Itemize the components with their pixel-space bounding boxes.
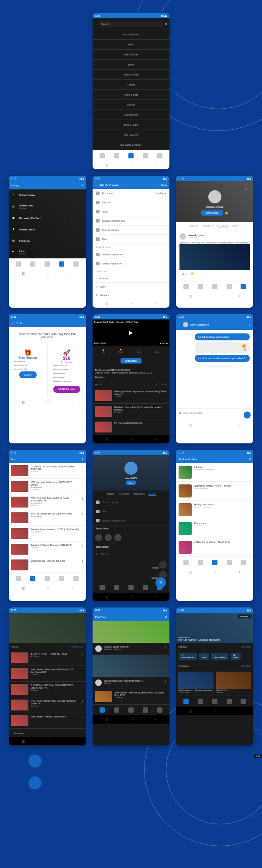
video-item[interactable]: 8 Of The Ociest Pets You Could Ever Ownd… bbox=[9, 510, 86, 526]
tab-activities[interactable]: ACTIVITIES bbox=[133, 493, 145, 496]
category-item[interactable]: Non-profits & Activism bbox=[93, 140, 170, 150]
nav-trending-icon[interactable] bbox=[114, 707, 119, 713]
tab-videos[interactable]: VIDEOS bbox=[190, 224, 198, 227]
nav-profile-icon[interactable] bbox=[241, 560, 246, 565]
back-icon[interactable]: ← bbox=[179, 323, 181, 326]
video-item[interactable]: Greatest Sports Moments of 2019 (US & Ca… bbox=[9, 526, 86, 542]
nav-search-icon[interactable] bbox=[212, 284, 217, 289]
twitter-row[interactable]: tTwitter bbox=[93, 283, 170, 291]
facebook-icon[interactable] bbox=[95, 534, 102, 541]
nav-library-icon[interactable] bbox=[59, 261, 64, 267]
notification-icon[interactable]: 🔔 bbox=[225, 212, 228, 214]
nav-library-icon[interactable] bbox=[143, 153, 148, 158]
nav-search-icon[interactable] bbox=[128, 707, 134, 713]
subscribe-button[interactable]: SUBSCRIBE bbox=[121, 358, 142, 364]
category-item[interactable]: People & Blogs bbox=[93, 90, 170, 100]
share-icon[interactable]: ⇗ bbox=[245, 188, 247, 191]
nav-profile-icon[interactable] bbox=[241, 284, 246, 289]
upload-button[interactable]: Upload bbox=[95, 571, 167, 579]
more-icon[interactable]: ⋮ bbox=[81, 700, 84, 710]
view-more-link[interactable]: View More bbox=[241, 645, 251, 648]
tab-about[interactable]: ABOUT bbox=[232, 224, 239, 227]
more-icon[interactable]: ⋮ bbox=[81, 715, 84, 726]
filter-icon[interactable]: ≡ bbox=[249, 458, 251, 460]
dislike-count[interactable]: 👎1 bbox=[190, 272, 194, 275]
more-icon[interactable]: ⋮ bbox=[164, 645, 167, 652]
nav-search-icon[interactable] bbox=[45, 261, 50, 267]
nav-trending-icon[interactable] bbox=[198, 560, 203, 565]
category-chip[interactable]: 🎵Music bbox=[199, 653, 209, 660]
name-row[interactable]: First NameLast Name bbox=[93, 189, 170, 198]
share-button[interactable]: ↗Share bbox=[137, 349, 141, 353]
more-icon[interactable]: ⋮ bbox=[81, 668, 84, 679]
more-icon[interactable]: ⋮ bbox=[81, 544, 84, 555]
nav-home-icon[interactable] bbox=[16, 261, 21, 267]
autoplay-toggle[interactable]: AUTO PLAY bbox=[72, 645, 84, 648]
addto-button[interactable]: +Add To bbox=[155, 349, 160, 353]
settings-icon[interactable]: ⚙ bbox=[81, 184, 83, 187]
hero-banner[interactable]: Next Page › deendoughouz PlayTube Androi… bbox=[176, 613, 253, 643]
watch-later-item[interactable]: ◷Watch Later2 videos bbox=[9, 201, 86, 213]
nav-profile-icon[interactable] bbox=[157, 707, 162, 713]
playlists-item[interactable]: ▤PlayLists bbox=[9, 235, 86, 247]
nav-search-icon[interactable] bbox=[45, 576, 50, 581]
article-item[interactable]: Vé Bay Em Lo (Remix) - Huynh Ai Vy bbox=[176, 538, 253, 557]
tab-videos[interactable]: VIDEOS bbox=[106, 493, 114, 496]
tab-about[interactable]: ABOUT bbox=[148, 493, 156, 496]
dislike-button[interactable]: 👎Dislike bbox=[118, 349, 124, 353]
video-item[interactable]: 2:51Justin Bieber - The One ft Official … bbox=[9, 666, 86, 682]
more-icon[interactable]: ⋮ bbox=[81, 559, 84, 570]
more-icon[interactable]: ⋮ bbox=[81, 481, 84, 492]
subscribe-button[interactable]: SUBSCRIBE bbox=[201, 210, 223, 216]
article-item[interactable]: This is a testRead More bbox=[176, 519, 253, 538]
nav-trending-icon[interactable] bbox=[114, 153, 119, 158]
username-row[interactable]: alien1995 bbox=[93, 198, 170, 207]
category-chip[interactable]: 🎬Film & Animation bbox=[179, 653, 197, 660]
more-icon[interactable]: ⋮ bbox=[81, 465, 84, 476]
video-item[interactable]: 02:23BIRDS OF PREY – Official HD [2020]1… bbox=[9, 650, 86, 666]
save-button[interactable]: Save bbox=[161, 184, 167, 186]
nav-profile-icon[interactable] bbox=[241, 699, 246, 704]
category-item[interactable]: Comedy bbox=[93, 100, 170, 110]
channel-avatar[interactable] bbox=[95, 645, 102, 652]
article-item[interactable]: Цифровые товары, что это и почему?By dee… bbox=[176, 482, 253, 501]
video-item[interactable]: TESTANDO VELOCIDADE DA MINHA BMW / PORTU… bbox=[9, 463, 86, 479]
play-icon[interactable]: ▶ bbox=[129, 329, 133, 336]
nav-home-icon[interactable] bbox=[100, 585, 105, 590]
video-item[interactable]: 2017 der moshuba Motor our BMW K1007 Dre… bbox=[9, 479, 86, 494]
video-item[interactable]: PAW やめれNita Som una faz de resent [ENGLI… bbox=[9, 494, 86, 510]
nav-trending-icon[interactable] bbox=[198, 699, 203, 704]
video-item[interactable]: Sports Bike No Rope Net. No Jump⋮ bbox=[9, 557, 86, 573]
back-icon[interactable]: ← bbox=[95, 184, 98, 186]
filter-icon[interactable]: ≡ bbox=[165, 23, 167, 25]
post-avatar[interactable] bbox=[179, 233, 186, 240]
nav-library-icon[interactable] bbox=[227, 284, 232, 289]
more-icon[interactable]: ⋮ bbox=[81, 652, 84, 663]
avatar[interactable] bbox=[124, 462, 138, 475]
category-item[interactable]: News & Politics bbox=[93, 120, 170, 130]
view-more-link[interactable]: View More bbox=[241, 665, 251, 667]
category-chip[interactable]: 🐾Pets & Animals bbox=[211, 653, 228, 660]
send-button[interactable] bbox=[244, 412, 251, 419]
nav-home-icon[interactable] bbox=[100, 707, 105, 713]
tab-playlists[interactable]: PLAYLISTS bbox=[202, 224, 213, 227]
nav-home-icon[interactable] bbox=[183, 560, 189, 565]
search-input[interactable]: Search... bbox=[100, 21, 164, 27]
category-row[interactable]: Favor te category bbox=[93, 226, 170, 235]
category-chip[interactable]: ⚽Sports bbox=[231, 653, 241, 660]
article-item[interactable]: S-Es sortBy alien1995 · 3 days ago bbox=[176, 463, 253, 482]
video-player[interactable]: Jurassic World: Fallen Kingdom - Officia… bbox=[93, 319, 170, 346]
tab-activities[interactable]: ACTIVITIES bbox=[217, 224, 228, 227]
category-item[interactable]: Film & Animation bbox=[93, 30, 170, 40]
message-input[interactable]: Write your message bbox=[183, 412, 242, 419]
category-item[interactable]: Pets & Animals bbox=[93, 50, 170, 60]
post-image[interactable] bbox=[179, 244, 250, 270]
recently-watched-item[interactable]: ▣Recently Watched bbox=[9, 213, 86, 224]
back-icon[interactable]: ← bbox=[95, 23, 98, 25]
import-button[interactable]: Import bbox=[95, 561, 167, 569]
nav-library-icon[interactable] bbox=[143, 707, 148, 713]
category-item[interactable]: Entertainment bbox=[93, 110, 170, 120]
emoji-icon[interactable]: ☺ bbox=[179, 412, 181, 419]
video-item[interactable]: Greatest US Sports Moments (2010-2017)13… bbox=[9, 542, 86, 557]
category-item[interactable]: Gaming bbox=[93, 80, 170, 90]
